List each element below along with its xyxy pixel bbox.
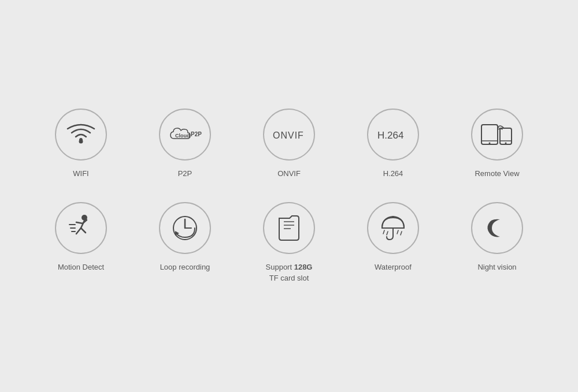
feature-night-vision: Night vision [462,202,532,272]
svg-line-13 [76,222,83,223]
feature-remote-view: Remote View [462,109,532,179]
svg-line-28 [383,230,384,234]
svg-text:H.264: H.264 [377,130,403,141]
waterproof-icon-circle [367,202,419,254]
svg-text:Cloud: Cloud [175,133,190,139]
svg-line-30 [397,230,398,234]
svg-point-7 [489,143,491,144]
feature-onvif: ONVIF ONVIF [254,109,324,179]
svg-line-29 [387,232,388,235]
h264-icon-circle: H.264 [367,109,419,160]
h264-label: H.264 [383,169,403,179]
wifi-icon-circle [55,109,107,160]
motion-detect-label: Motion Detect [58,262,104,272]
svg-line-16 [81,228,86,233]
remote-view-label: Remote View [475,169,519,179]
feature-p2p: Cloud P2P P2P [150,109,220,179]
svg-line-31 [401,232,402,235]
p2p-icon-circle: Cloud P2P [159,109,211,160]
svg-text:ONVIF: ONVIF [273,130,304,140]
features-grid: WIFI Cloud P2P P2P ONVIF ONVIF [46,109,532,283]
motion-detect-icon-circle [55,202,107,254]
feature-motion-detect: Motion Detect [46,202,116,272]
feature-wifi: WIFI [46,109,116,179]
loop-recording-label: Loop recording [160,262,210,272]
loop-recording-icon-circle [159,202,211,254]
waterproof-label: Waterproof [375,262,412,272]
features-row-2: Motion Detect Loop recording [46,202,532,283]
svg-line-15 [76,228,81,234]
tf-card-label: Support 128GTF card slot [266,262,313,283]
feature-waterproof: Waterproof [358,202,428,272]
svg-text:P2P: P2P [191,131,202,137]
features-row-1: WIFI Cloud P2P P2P ONVIF ONVIF [46,109,532,179]
remote-view-icon-circle [471,109,523,160]
onvif-icon-circle: ONVIF [263,109,315,160]
tf-card-icon-circle [263,202,315,254]
feature-tf-card: Support 128GTF card slot [254,202,324,283]
night-vision-icon-circle [471,202,523,254]
onvif-label: ONVIF [277,169,301,179]
feature-h264: H.264 H.264 [358,109,428,179]
svg-point-10 [505,143,507,144]
feature-loop-recording: Loop recording [150,202,220,272]
p2p-label: P2P [178,169,192,179]
night-vision-label: Night vision [477,262,516,272]
svg-rect-5 [481,125,498,144]
wifi-label: WIFI [73,169,88,179]
svg-point-0 [79,140,83,144]
svg-rect-8 [500,128,512,144]
